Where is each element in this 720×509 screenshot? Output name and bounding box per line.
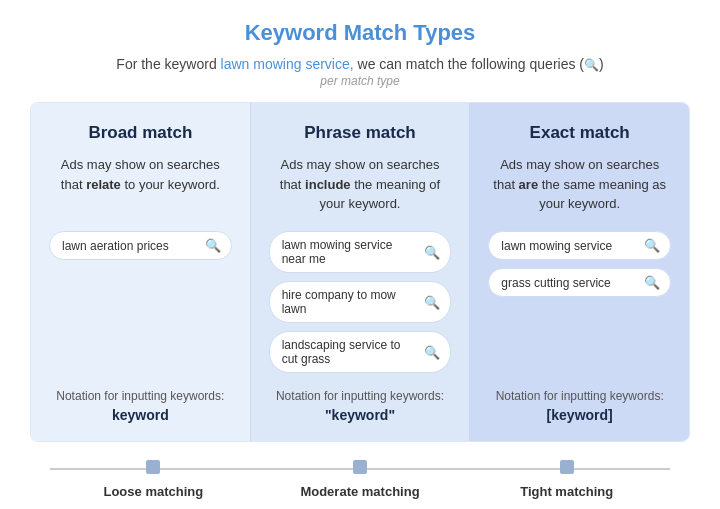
- broad-match-desc: Ads may show on searches that relate to …: [49, 155, 232, 215]
- broad-notation-value: keyword: [49, 407, 232, 423]
- timeline-label-loose: Loose matching: [103, 484, 203, 499]
- broad-match-card: Broad match Ads may show on searches tha…: [31, 103, 251, 441]
- exact-notation-label: Notation for inputting keywords:: [488, 389, 671, 403]
- phrase-search-icon-2: 🔍: [424, 295, 440, 310]
- search-icon-inline: 🔍: [584, 58, 599, 72]
- exact-notation: Notation for inputting keywords: [keywor…: [488, 389, 671, 423]
- subtitle-post: we can match the following queries (: [354, 56, 584, 72]
- phrase-notation: Notation for inputting keywords: "keywor…: [269, 389, 452, 423]
- subtitle-post2: ): [599, 56, 604, 72]
- phrase-search-box-3: landscaping service to cut grass 🔍: [269, 331, 452, 373]
- timeline-section: Loose matching Moderate matching Tight m…: [30, 460, 690, 499]
- timeline-dot-tight: [560, 460, 574, 474]
- phrase-search-boxes: lawn mowing service near me 🔍 hire compa…: [269, 231, 452, 373]
- phrase-search-text-2: hire company to mow lawn: [282, 288, 419, 316]
- subtitle-pre: For the keyword: [116, 56, 220, 72]
- phrase-search-icon-3: 🔍: [424, 345, 440, 360]
- exact-match-card: Exact match Ads may show on searches tha…: [470, 103, 689, 441]
- timeline-dot-loose: [146, 460, 160, 474]
- exact-search-text-1: lawn mowing service: [501, 239, 638, 253]
- broad-search-boxes: lawn aeration prices 🔍: [49, 231, 232, 373]
- exact-search-boxes: lawn mowing service 🔍 grass cutting serv…: [488, 231, 671, 373]
- phrase-search-box-2: hire company to mow lawn 🔍: [269, 281, 452, 323]
- phrase-notation-label: Notation for inputting keywords:: [269, 389, 452, 403]
- broad-notation: Notation for inputting keywords: keyword: [49, 389, 232, 423]
- broad-search-icon-1: 🔍: [205, 238, 221, 253]
- exact-search-box-1: lawn mowing service 🔍: [488, 231, 671, 260]
- exact-match-title: Exact match: [488, 123, 671, 143]
- timeline-dot-moderate: [353, 460, 367, 474]
- timeline-item-moderate: Moderate matching: [257, 460, 464, 499]
- exact-search-icon-1: 🔍: [644, 238, 660, 253]
- broad-search-text-1: lawn aeration prices: [62, 239, 199, 253]
- phrase-match-desc: Ads may show on searches that include th…: [269, 155, 452, 215]
- exact-search-box-2: grass cutting service 🔍: [488, 268, 671, 297]
- phrase-search-text-3: landscaping service to cut grass: [282, 338, 419, 366]
- phrase-match-title: Phrase match: [269, 123, 452, 143]
- broad-match-title: Broad match: [49, 123, 232, 143]
- timeline-item-loose: Loose matching: [50, 460, 257, 499]
- exact-search-icon-2: 🔍: [644, 275, 660, 290]
- keyword-highlight: lawn mowing service,: [221, 56, 354, 72]
- cards-container: Broad match Ads may show on searches tha…: [30, 102, 690, 442]
- phrase-search-text-1: lawn mowing service near me: [282, 238, 419, 266]
- page-title: Keyword Match Types: [245, 20, 476, 46]
- per-match-text: per match type: [320, 74, 399, 88]
- exact-search-text-2: grass cutting service: [501, 276, 638, 290]
- broad-notation-label: Notation for inputting keywords:: [49, 389, 232, 403]
- timeline-label-tight: Tight matching: [520, 484, 613, 499]
- timeline-item-tight: Tight matching: [463, 460, 670, 499]
- exact-match-desc: Ads may show on searches that are the sa…: [488, 155, 671, 215]
- phrase-notation-value: "keyword": [269, 407, 452, 423]
- subtitle: For the keyword lawn mowing service, we …: [116, 56, 603, 72]
- phrase-search-icon-1: 🔍: [424, 245, 440, 260]
- phrase-search-box-1: lawn mowing service near me 🔍: [269, 231, 452, 273]
- exact-notation-value: [keyword]: [488, 407, 671, 423]
- broad-search-box-1: lawn aeration prices 🔍: [49, 231, 232, 260]
- phrase-match-card: Phrase match Ads may show on searches th…: [251, 103, 471, 441]
- timeline-label-moderate: Moderate matching: [300, 484, 419, 499]
